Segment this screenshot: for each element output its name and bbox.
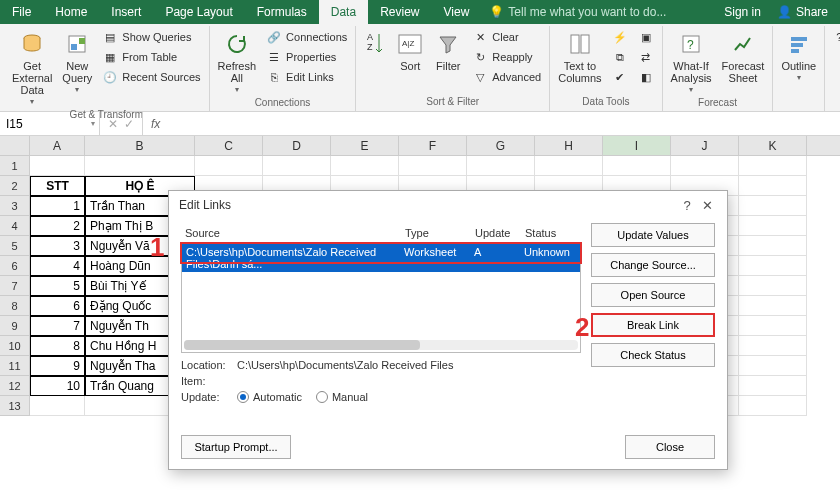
- cell[interactable]: [739, 216, 807, 236]
- tab-page-layout[interactable]: Page Layout: [153, 0, 244, 24]
- row-header[interactable]: 13: [0, 396, 30, 416]
- properties-button[interactable]: ☰Properties: [264, 48, 349, 66]
- cell[interactable]: 2: [30, 216, 85, 236]
- row-header[interactable]: 3: [0, 196, 30, 216]
- forecast-sheet-button[interactable]: Forecast Sheet: [720, 28, 767, 86]
- cell[interactable]: 9: [30, 356, 85, 376]
- tab-insert[interactable]: Insert: [99, 0, 153, 24]
- column-header[interactable]: K: [739, 136, 807, 155]
- solver-button[interactable]: ?⃝Solver: [831, 28, 840, 46]
- cell[interactable]: 1: [30, 196, 85, 216]
- cell[interactable]: [30, 396, 85, 416]
- edit-links-button[interactable]: ⎘Edit Links: [264, 68, 349, 86]
- row-header[interactable]: 5: [0, 236, 30, 256]
- tab-view[interactable]: View: [432, 0, 482, 24]
- cell[interactable]: [739, 376, 807, 396]
- cell[interactable]: 4: [30, 256, 85, 276]
- column-header[interactable]: G: [467, 136, 535, 155]
- change-source-button[interactable]: Change Source...: [591, 253, 715, 277]
- cell[interactable]: [739, 396, 807, 416]
- row-header[interactable]: 6: [0, 256, 30, 276]
- startup-prompt-button[interactable]: Startup Prompt...: [181, 435, 291, 459]
- recent-sources-button[interactable]: 🕘Recent Sources: [100, 68, 202, 86]
- cell[interactable]: [535, 156, 603, 176]
- cell[interactable]: [739, 316, 807, 336]
- text-to-columns-button[interactable]: Text to Columns: [556, 28, 603, 86]
- update-manual-radio[interactable]: Manual: [316, 391, 368, 403]
- enter-icon[interactable]: ✓: [124, 117, 134, 131]
- sign-in-link[interactable]: Sign in: [724, 5, 761, 19]
- cell[interactable]: 6: [30, 296, 85, 316]
- col-source[interactable]: Source: [181, 225, 401, 241]
- close-dialog-button[interactable]: Close: [625, 435, 715, 459]
- sort-az-button[interactable]: AZ: [362, 28, 388, 60]
- row-header[interactable]: 11: [0, 356, 30, 376]
- row-header[interactable]: 8: [0, 296, 30, 316]
- column-header[interactable]: J: [671, 136, 739, 155]
- row-header[interactable]: 12: [0, 376, 30, 396]
- data-validation-button[interactable]: ✔: [610, 68, 630, 86]
- cell[interactable]: 7: [30, 316, 85, 336]
- column-header[interactable]: B: [85, 136, 195, 155]
- formula-input[interactable]: [168, 112, 840, 135]
- cell[interactable]: 3: [30, 236, 85, 256]
- connections-button[interactable]: 🔗Connections: [264, 28, 349, 46]
- cell[interactable]: 10: [30, 376, 85, 396]
- outline-button[interactable]: Outline ▾: [779, 28, 818, 85]
- remove-duplicates-button[interactable]: ⧉: [610, 48, 630, 66]
- select-all-corner[interactable]: [0, 136, 30, 155]
- tab-review[interactable]: Review: [368, 0, 431, 24]
- col-update[interactable]: Update: [471, 225, 521, 241]
- fx-label[interactable]: fx: [143, 112, 168, 135]
- cell[interactable]: [195, 156, 263, 176]
- tab-file[interactable]: File: [0, 0, 43, 24]
- relationships-button[interactable]: ⇄: [636, 48, 656, 66]
- horizontal-scrollbar[interactable]: [184, 340, 578, 350]
- link-row[interactable]: C:\Users\hp\Documents\Zalo Received File…: [182, 244, 580, 272]
- column-header[interactable]: H: [535, 136, 603, 155]
- column-header[interactable]: E: [331, 136, 399, 155]
- tab-formulas[interactable]: Formulas: [245, 0, 319, 24]
- row-header[interactable]: 1: [0, 156, 30, 176]
- what-if-button[interactable]: ? What-If Analysis ▾: [669, 28, 714, 97]
- advanced-filter-button[interactable]: ▽Advanced: [470, 68, 543, 86]
- clear-filter-button[interactable]: ✕Clear: [470, 28, 543, 46]
- column-header[interactable]: C: [195, 136, 263, 155]
- row-header[interactable]: 10: [0, 336, 30, 356]
- tab-data[interactable]: Data: [319, 0, 368, 24]
- column-header[interactable]: F: [399, 136, 467, 155]
- cell[interactable]: [603, 156, 671, 176]
- cell[interactable]: [739, 356, 807, 376]
- tab-home[interactable]: Home: [43, 0, 99, 24]
- links-list[interactable]: C:\Users\hp\Documents\Zalo Received File…: [181, 243, 581, 353]
- cancel-icon[interactable]: ✕: [108, 117, 118, 131]
- column-header[interactable]: I: [603, 136, 671, 155]
- from-table-button[interactable]: ▦From Table: [100, 48, 202, 66]
- cell[interactable]: STT: [30, 176, 85, 196]
- cell[interactable]: [739, 336, 807, 356]
- cell[interactable]: [739, 176, 807, 196]
- cell[interactable]: [263, 156, 331, 176]
- column-header[interactable]: D: [263, 136, 331, 155]
- cell[interactable]: [399, 156, 467, 176]
- flash-fill-button[interactable]: ⚡: [610, 28, 630, 46]
- row-header[interactable]: 7: [0, 276, 30, 296]
- tell-me-search[interactable]: 💡 Tell me what you want to do...: [489, 5, 666, 19]
- manage-model-button[interactable]: ◧: [636, 68, 656, 86]
- update-values-button[interactable]: Update Values: [591, 223, 715, 247]
- cell[interactable]: [739, 256, 807, 276]
- break-link-button[interactable]: Break Link: [591, 313, 715, 337]
- cell[interactable]: [85, 156, 195, 176]
- cell[interactable]: [739, 156, 807, 176]
- name-box[interactable]: I15 ▾: [0, 112, 100, 135]
- cell[interactable]: 5: [30, 276, 85, 296]
- share-button[interactable]: 👤 Share: [777, 5, 828, 19]
- col-status[interactable]: Status: [521, 225, 581, 241]
- refresh-all-button[interactable]: Refresh All ▾: [216, 28, 259, 97]
- col-type[interactable]: Type: [401, 225, 471, 241]
- cell[interactable]: [739, 296, 807, 316]
- cell[interactable]: [739, 196, 807, 216]
- reapply-button[interactable]: ↻Reapply: [470, 48, 543, 66]
- scrollbar-thumb[interactable]: [184, 340, 420, 350]
- cell[interactable]: [331, 156, 399, 176]
